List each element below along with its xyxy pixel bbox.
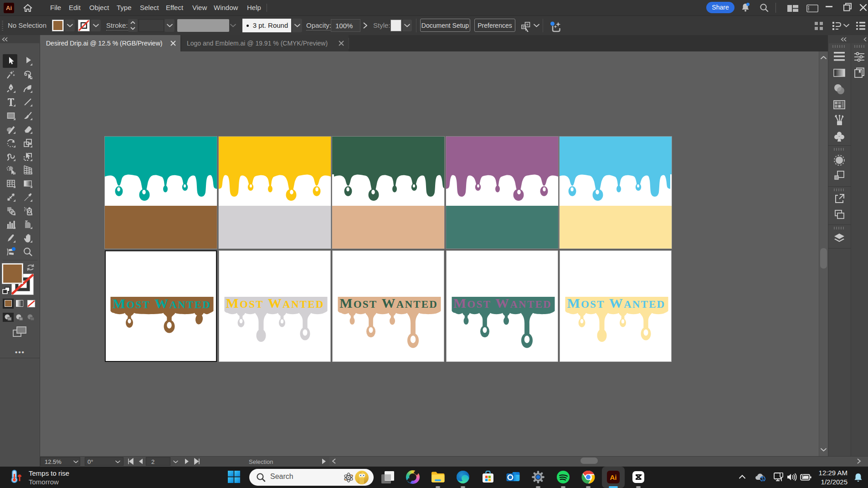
svg-text:Ai: Ai <box>610 473 616 481</box>
